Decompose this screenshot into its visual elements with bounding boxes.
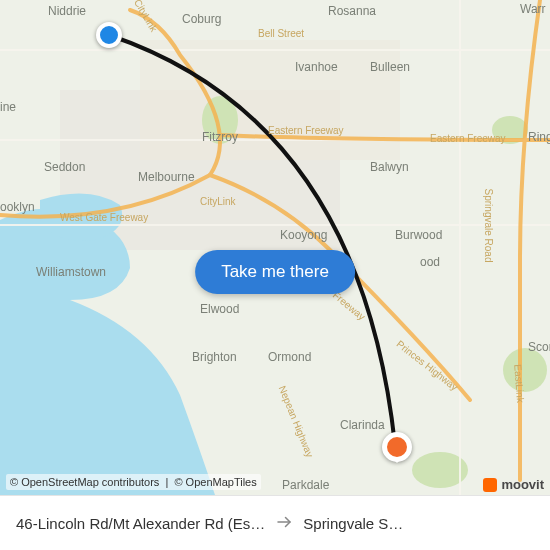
svg-point-3 bbox=[503, 348, 547, 392]
osm-credit[interactable]: © OpenStreetMap contributors bbox=[10, 476, 159, 488]
moovit-wordmark: moovit bbox=[501, 477, 544, 492]
tiles-credit[interactable]: © OpenMapTiles bbox=[174, 476, 256, 488]
map-canvas[interactable] bbox=[0, 0, 550, 495]
route-footer: 46-Lincoln Rd/Mt Alexander Rd (Es… Sprin… bbox=[0, 495, 550, 550]
svg-rect-2 bbox=[140, 40, 400, 160]
route-to-label[interactable]: Springvale S… bbox=[303, 515, 403, 532]
route-from-label[interactable]: 46-Lincoln Rd/Mt Alexander Rd (Es… bbox=[16, 515, 265, 532]
map-attribution[interactable]: © OpenStreetMap contributors | © OpenMap… bbox=[6, 474, 261, 490]
moovit-badge[interactable]: moovit bbox=[483, 477, 544, 492]
arrow-right-icon bbox=[275, 513, 293, 534]
origin-pin[interactable] bbox=[96, 22, 122, 48]
destination-pin[interactable] bbox=[382, 432, 412, 462]
map-container: Niddrie Coburg Rosanna Bell Street Ivanh… bbox=[0, 0, 550, 550]
take-me-there-button[interactable]: Take me there bbox=[195, 250, 355, 294]
moovit-logo-icon bbox=[483, 478, 497, 492]
